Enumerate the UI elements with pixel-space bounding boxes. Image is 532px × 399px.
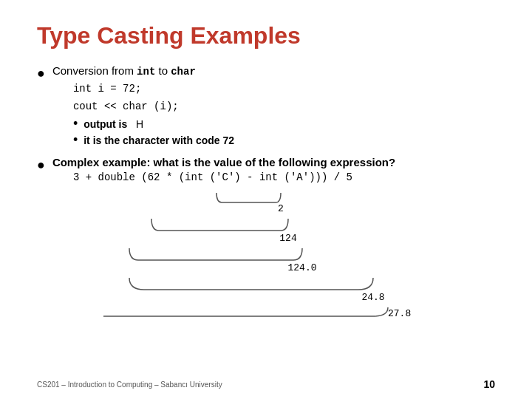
bullet-1-text: Conversion from int to char int i = 72; … (52, 64, 495, 149)
footer: CS201 – Introduction to Computing – Saba… (37, 378, 495, 390)
bullet-2-text: Complex example: what is the value of th… (52, 156, 495, 183)
brace-label-3: 124.0 (287, 262, 316, 273)
slide-title: Type Casting Examples (37, 22, 495, 50)
code-line-1: int i = 72; (73, 81, 495, 98)
bullet-1-marker: ● (37, 66, 45, 81)
page-number: 10 (483, 378, 495, 390)
footer-course: CS201 – Introduction to Computing – Saba… (37, 381, 222, 389)
sub-bullet-2: • it is the character with code 72 (73, 132, 495, 149)
bullet-2-marker: ● (37, 157, 45, 173)
bullet-1-mono1: int (137, 66, 155, 78)
sub-bullet-1: • output is H (73, 116, 495, 132)
bullet-1-label2: to (155, 64, 171, 77)
brace-label-1: 2 (278, 203, 284, 214)
sub-bullet-2-text: it is the character with code 72 (83, 132, 234, 149)
bullet-2: ● Complex example: what is the value of … (37, 156, 495, 183)
sub-dot-1: • (73, 116, 78, 132)
brace-svg: 2 124 124.0 24.8 27.8 (103, 189, 502, 318)
brace-label-4: 24.8 (361, 292, 384, 303)
bullet-2-label: Complex example: what is the value of th… (52, 156, 395, 168)
code-line-2: cout << char (i); (73, 98, 495, 116)
brace-diagram: 2 124 124.0 24.8 27.8 (103, 189, 502, 318)
sub-bullet-1-text: output is H (83, 116, 143, 132)
bullet-1-code: int i = 72; cout << char (i); (73, 81, 495, 116)
brace-label-2: 124 (279, 233, 297, 244)
bullet-2-code: 3 + double (62 * (int ('C') - int ('A'))… (73, 171, 495, 183)
slide: Type Casting Examples ● Conversion from … (0, 0, 532, 399)
content-area: ● Conversion from int to char int i = 72… (37, 64, 495, 318)
brace-label-5: 27.8 (388, 308, 411, 318)
bullet-1-label: Conversion from (52, 64, 137, 77)
sub-dot-2: • (73, 132, 78, 149)
bullet-1-mono2: char (171, 66, 196, 78)
bullet-1: ● Conversion from int to char int i = 72… (37, 64, 495, 149)
